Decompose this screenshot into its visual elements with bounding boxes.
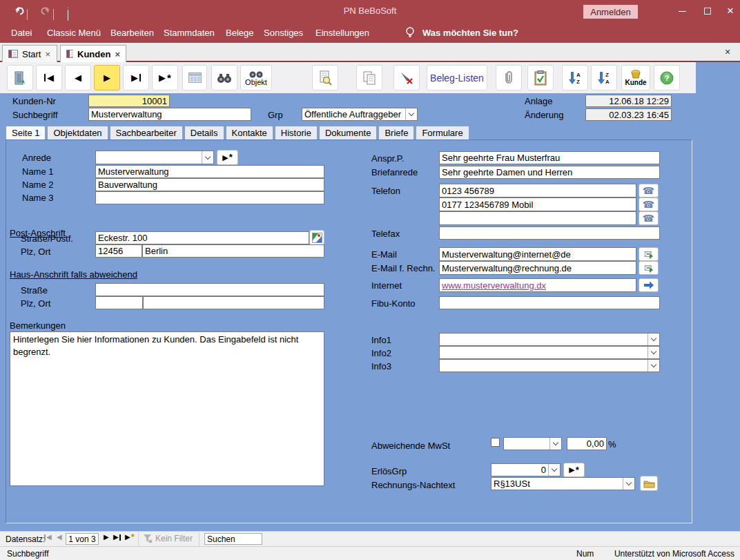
erloesgrp-new-button[interactable]: ▶*	[563, 463, 585, 477]
anmelden-button[interactable]: Anmelden	[583, 5, 638, 19]
dropdown-arrow-icon[interactable]	[648, 334, 659, 345]
telefax-field[interactable]	[439, 226, 660, 240]
haus-plz-field[interactable]	[95, 296, 143, 309]
dial-button[interactable]: ☎	[639, 184, 659, 197]
send-email-button[interactable]: ✉	[639, 247, 659, 261]
close-button[interactable]: ×	[719, 0, 740, 22]
name2-field[interactable]	[95, 178, 324, 191]
dropdown-arrow-icon[interactable]	[548, 464, 560, 476]
dropdown-arrow-icon[interactable]	[648, 347, 659, 358]
tab-start-close-icon[interactable]: ×	[45, 50, 50, 59]
send-email-button[interactable]: ✉	[639, 261, 659, 275]
mwst-value-field[interactable]	[567, 437, 607, 450]
datasheet-view-button[interactable]	[182, 65, 207, 90]
undo-icon[interactable]	[14, 5, 25, 18]
info1-combobox[interactable]	[439, 333, 660, 346]
grp-combobox[interactable]: Öffentliche Auftraggeber	[302, 108, 418, 121]
tab-seite1[interactable]: Seite 1	[6, 126, 46, 140]
kundennr-field[interactable]	[88, 95, 170, 107]
tab-details[interactable]: Details	[184, 126, 224, 140]
tab-start[interactable]: Start ×	[2, 45, 57, 62]
tab-formulare[interactable]: Formulare	[416, 126, 469, 140]
rechnungs-nachtext-combobox[interactable]: R§13USt	[491, 477, 635, 490]
bemerkungen-textarea[interactable]: Hinterlegen Sie hier Informationen zu Ku…	[10, 331, 324, 486]
internet-link[interactable]: www.musterverwaltung.dx	[442, 280, 546, 291]
kunde-delete-button[interactable]: Kunde	[621, 65, 650, 90]
open-website-button[interactable]	[639, 278, 659, 292]
menu-einstellungen[interactable]: Einstellungen	[315, 28, 369, 38]
ansprp-field[interactable]	[439, 151, 660, 164]
erloesgrp-combobox[interactable]: 0	[491, 463, 561, 476]
info3-combobox[interactable]	[439, 359, 660, 372]
dropdown-arrow-icon[interactable]	[202, 151, 213, 164]
dropdown-arrow-icon[interactable]	[648, 360, 659, 371]
sort-descending-button[interactable]: ZA	[591, 65, 617, 90]
maximize-button[interactable]	[696, 0, 719, 22]
map-button[interactable]	[309, 230, 324, 245]
plz-field[interactable]	[95, 244, 142, 258]
mwst-combobox[interactable]	[503, 437, 562, 450]
menu-bearbeiten[interactable]: Bearbeiten	[110, 28, 154, 38]
tab-kunden-close-icon[interactable]: ×	[115, 50, 120, 59]
previous-record-button[interactable]: ◀	[65, 65, 91, 90]
email-rechn-field[interactable]	[439, 261, 636, 275]
tab-objektdaten[interactable]: Objektdaten	[47, 126, 108, 140]
menu-stammdaten[interactable]: Stammdaten	[164, 28, 215, 38]
object-search-button[interactable]: Objekt	[240, 65, 272, 90]
first-record-button[interactable]: ◀	[36, 65, 62, 90]
record-previous-button[interactable]: ◀	[57, 534, 62, 541]
search-button[interactable]	[211, 65, 237, 90]
redo-dropdown-icon[interactable]	[53, 9, 54, 19]
ort-field[interactable]	[142, 244, 324, 258]
close-document-icon[interactable]: ×	[725, 46, 730, 57]
menu-datei[interactable]: Datei	[11, 28, 32, 38]
dropdown-arrow-icon[interactable]	[405, 108, 417, 120]
tab-kunden[interactable]: Kunden ×	[60, 45, 126, 62]
mwst-checkbox[interactable]	[491, 438, 500, 447]
dropdown-arrow-icon[interactable]	[549, 438, 561, 450]
name1-field[interactable]	[95, 165, 324, 178]
tasks-button[interactable]	[527, 65, 554, 90]
print-preview-button[interactable]	[312, 65, 338, 90]
dial-button[interactable]: ☎	[639, 197, 659, 211]
tab-dokumente[interactable]: Dokumente	[319, 126, 377, 140]
tab-briefe[interactable]: Briefe	[378, 126, 414, 140]
minimize-button[interactable]	[670, 0, 694, 22]
menu-classic-menu[interactable]: Classic Menü	[47, 28, 101, 38]
dial-button[interactable]: ☎	[639, 211, 659, 225]
record-next-button[interactable]: ▶	[104, 534, 109, 541]
customize-quick-access-icon[interactable]	[68, 8, 68, 20]
strasse-postf-field[interactable]	[95, 231, 309, 244]
tab-kontakte[interactable]: Kontakte	[226, 126, 273, 140]
filter-indicator[interactable]: Kein Filter	[144, 534, 193, 543]
menu-sonstiges[interactable]: Sonstiges	[264, 28, 303, 38]
last-record-button[interactable]: ▶	[123, 65, 149, 90]
open-nachtext-button[interactable]	[640, 476, 658, 491]
record-last-button[interactable]: ▶	[113, 534, 121, 541]
menu-belege[interactable]: Belege	[226, 28, 253, 38]
tab-historie[interactable]: Historie	[275, 126, 318, 140]
anrede-new-button[interactable]: ▶*	[217, 150, 238, 165]
briefanrede-field[interactable]	[439, 166, 660, 179]
delete-button[interactable]	[393, 65, 420, 90]
redo-icon[interactable]	[40, 5, 51, 18]
record-new-button[interactable]: ▶*	[125, 534, 135, 541]
help-button[interactable]: ?	[654, 65, 680, 90]
tab-sachbearbeiter[interactable]: Sachbearbeiter	[110, 126, 183, 140]
tell-me-box[interactable]: Was möchten Sie tun?	[422, 28, 518, 38]
record-position-box[interactable]: 1 von 3	[66, 533, 99, 545]
sort-ascending-button[interactable]: AZ	[562, 65, 588, 90]
internet-field[interactable]: www.musterverwaltung.dx	[439, 278, 636, 292]
email-field[interactable]	[439, 247, 636, 261]
haus-ort-field[interactable]	[143, 296, 324, 309]
telefon3-field[interactable]	[439, 211, 636, 225]
telefon1-field[interactable]	[439, 184, 636, 197]
undo-dropdown-icon[interactable]	[27, 9, 28, 19]
fibu-konto-field[interactable]	[439, 296, 660, 309]
dropdown-arrow-icon[interactable]	[623, 478, 634, 490]
info2-combobox[interactable]	[439, 346, 660, 359]
telefon2-field[interactable]	[439, 197, 636, 211]
exit-button[interactable]	[7, 65, 33, 90]
suchbegriff-field[interactable]	[88, 108, 251, 121]
next-record-button[interactable]: ▶	[94, 65, 120, 90]
